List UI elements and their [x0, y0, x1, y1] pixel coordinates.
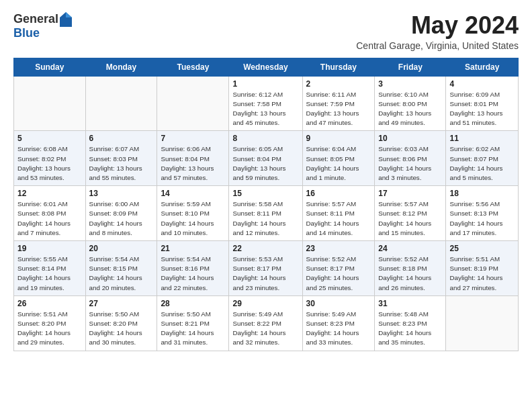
calendar-cell: 20Sunrise: 5:54 AMSunset: 8:15 PMDayligh…: [85, 241, 157, 296]
calendar-cell: 7Sunrise: 6:06 AMSunset: 8:04 PMDaylight…: [157, 131, 229, 186]
day-info: Sunrise: 6:07 AMSunset: 8:03 PMDaylight:…: [89, 144, 154, 183]
calendar-cell: 28Sunrise: 5:50 AMSunset: 8:21 PMDayligh…: [157, 295, 229, 351]
weekday-header-tuesday: Tuesday: [157, 58, 229, 76]
calendar-cell: 31Sunrise: 5:48 AMSunset: 8:23 PMDayligh…: [375, 295, 446, 351]
day-number: 11: [449, 134, 515, 143]
logo-general: General: [13, 13, 58, 26]
day-number: 25: [449, 244, 515, 253]
day-number: 4: [449, 79, 515, 89]
day-number: 13: [89, 189, 154, 198]
weekday-header-wednesday: Wednesday: [229, 58, 302, 76]
day-number: 29: [232, 299, 298, 308]
week-row-2: 5Sunrise: 6:08 AMSunset: 8:02 PMDaylight…: [14, 131, 519, 186]
day-number: 30: [306, 299, 371, 308]
calendar-title: May 2024: [356, 12, 519, 39]
day-info: Sunrise: 6:08 AMSunset: 8:02 PMDaylight:…: [17, 144, 82, 183]
calendar-cell: 10Sunrise: 6:03 AMSunset: 8:06 PMDayligh…: [375, 131, 446, 186]
calendar-cell: 18Sunrise: 5:56 AMSunset: 8:13 PMDayligh…: [446, 186, 519, 241]
day-number: 10: [378, 134, 442, 143]
calendar-cell: 1Sunrise: 6:12 AMSunset: 7:58 PMDaylight…: [229, 76, 302, 131]
day-number: 12: [17, 189, 82, 198]
day-info: Sunrise: 6:04 AMSunset: 8:05 PMDaylight:…: [306, 144, 371, 183]
day-info: Sunrise: 6:11 AMSunset: 7:59 PMDaylight:…: [306, 90, 371, 128]
day-info: Sunrise: 6:01 AMSunset: 8:08 PMDaylight:…: [17, 199, 82, 238]
day-info: Sunrise: 5:52 AMSunset: 8:18 PMDaylight:…: [378, 255, 442, 293]
calendar-subtitle: Central Garage, Virginia, United States: [356, 40, 519, 51]
calendar-cell: 2Sunrise: 6:11 AMSunset: 7:59 PMDaylight…: [302, 76, 375, 131]
day-number: 5: [17, 134, 82, 143]
day-info: Sunrise: 5:50 AMSunset: 8:20 PMDaylight:…: [89, 310, 154, 348]
day-number: 20: [89, 244, 154, 253]
day-info: Sunrise: 6:09 AMSunset: 8:01 PMDaylight:…: [449, 90, 515, 128]
weekday-header-friday: Friday: [375, 58, 446, 76]
logo-blue: Blue: [13, 27, 72, 40]
day-info: Sunrise: 5:51 AMSunset: 8:19 PMDaylight:…: [449, 255, 515, 293]
day-number: 16: [306, 189, 371, 198]
day-number: 15: [232, 189, 298, 198]
calendar-cell: 30Sunrise: 5:49 AMSunset: 8:23 PMDayligh…: [302, 295, 375, 351]
calendar-cell: 23Sunrise: 5:52 AMSunset: 8:17 PMDayligh…: [302, 241, 375, 296]
day-number: 27: [89, 299, 154, 308]
day-info: Sunrise: 5:54 AMSunset: 8:16 PMDaylight:…: [161, 255, 225, 293]
day-number: 26: [17, 299, 82, 308]
day-info: Sunrise: 6:12 AMSunset: 7:58 PMDaylight:…: [232, 90, 298, 128]
day-info: Sunrise: 5:57 AMSunset: 8:12 PMDaylight:…: [378, 199, 442, 238]
calendar-cell: 3Sunrise: 6:10 AMSunset: 8:00 PMDaylight…: [375, 76, 446, 131]
day-info: Sunrise: 6:05 AMSunset: 8:04 PMDaylight:…: [232, 144, 298, 183]
day-info: Sunrise: 5:53 AMSunset: 8:17 PMDaylight:…: [232, 255, 298, 293]
day-info: Sunrise: 5:51 AMSunset: 8:20 PMDaylight:…: [17, 310, 82, 348]
calendar-cell: 12Sunrise: 6:01 AMSunset: 8:08 PMDayligh…: [14, 186, 86, 241]
day-info: Sunrise: 6:00 AMSunset: 8:09 PMDaylight:…: [89, 199, 154, 238]
calendar-cell: 6Sunrise: 6:07 AMSunset: 8:03 PMDaylight…: [85, 131, 157, 186]
day-number: 21: [161, 244, 225, 253]
weekday-header-saturday: Saturday: [446, 58, 519, 76]
calendar-cell: 19Sunrise: 5:55 AMSunset: 8:14 PMDayligh…: [14, 241, 86, 296]
day-number: 3: [378, 79, 442, 89]
day-info: Sunrise: 5:55 AMSunset: 8:14 PMDaylight:…: [17, 255, 82, 293]
header: General Blue May 2024 Central Garage, Vi…: [13, 12, 519, 51]
week-row-4: 19Sunrise: 5:55 AMSunset: 8:14 PMDayligh…: [14, 241, 519, 296]
day-info: Sunrise: 5:58 AMSunset: 8:11 PMDaylight:…: [232, 199, 298, 238]
calendar-cell: 16Sunrise: 5:57 AMSunset: 8:11 PMDayligh…: [302, 186, 375, 241]
calendar-cell: 14Sunrise: 5:59 AMSunset: 8:10 PMDayligh…: [157, 186, 229, 241]
day-number: 24: [378, 244, 442, 253]
week-row-5: 26Sunrise: 5:51 AMSunset: 8:20 PMDayligh…: [14, 295, 519, 351]
calendar-cell: [446, 295, 519, 351]
day-number: 9: [306, 134, 371, 143]
logo: General Blue: [13, 12, 72, 40]
calendar-cell: [157, 76, 229, 131]
title-section: May 2024 Central Garage, Virginia, Unite…: [356, 12, 519, 51]
week-row-3: 12Sunrise: 6:01 AMSunset: 8:08 PMDayligh…: [14, 186, 519, 241]
calendar-cell: 8Sunrise: 6:05 AMSunset: 8:04 PMDaylight…: [229, 131, 302, 186]
weekday-header-monday: Monday: [85, 58, 157, 76]
day-number: 1: [232, 79, 298, 89]
day-info: Sunrise: 5:57 AMSunset: 8:11 PMDaylight:…: [306, 199, 371, 238]
day-number: 14: [161, 189, 225, 198]
day-number: 31: [378, 299, 442, 308]
calendar-cell: 29Sunrise: 5:49 AMSunset: 8:22 PMDayligh…: [229, 295, 302, 351]
calendar-cell: 26Sunrise: 5:51 AMSunset: 8:20 PMDayligh…: [14, 295, 86, 351]
calendar-table: SundayMondayTuesdayWednesdayThursdayFrid…: [13, 58, 519, 351]
calendar-cell: 21Sunrise: 5:54 AMSunset: 8:16 PMDayligh…: [157, 241, 229, 296]
calendar-cell: 4Sunrise: 6:09 AMSunset: 8:01 PMDaylight…: [446, 76, 519, 131]
calendar-cell: 25Sunrise: 5:51 AMSunset: 8:19 PMDayligh…: [446, 241, 519, 296]
calendar-cell: 17Sunrise: 5:57 AMSunset: 8:12 PMDayligh…: [375, 186, 446, 241]
day-number: 19: [17, 244, 82, 253]
day-info: Sunrise: 5:52 AMSunset: 8:17 PMDaylight:…: [306, 255, 371, 293]
day-info: Sunrise: 5:56 AMSunset: 8:13 PMDaylight:…: [449, 199, 515, 238]
day-info: Sunrise: 5:59 AMSunset: 8:10 PMDaylight:…: [161, 199, 225, 238]
calendar-cell: 27Sunrise: 5:50 AMSunset: 8:20 PMDayligh…: [85, 295, 157, 351]
logo-text: General Blue: [13, 12, 72, 40]
day-info: Sunrise: 6:02 AMSunset: 8:07 PMDaylight:…: [449, 144, 515, 183]
svg-marker-1: [66, 12, 72, 17]
calendar-cell: 13Sunrise: 6:00 AMSunset: 8:09 PMDayligh…: [85, 186, 157, 241]
calendar-cell: 15Sunrise: 5:58 AMSunset: 8:11 PMDayligh…: [229, 186, 302, 241]
day-info: Sunrise: 5:48 AMSunset: 8:23 PMDaylight:…: [378, 310, 442, 348]
calendar-cell: [14, 76, 86, 131]
day-number: 6: [89, 134, 154, 143]
day-number: 23: [306, 244, 371, 253]
day-number: 17: [378, 189, 442, 198]
page: General Blue May 2024 Central Garage, Vi…: [0, 0, 532, 363]
logo-icon: [60, 12, 72, 27]
calendar-cell: 9Sunrise: 6:04 AMSunset: 8:05 PMDaylight…: [302, 131, 375, 186]
